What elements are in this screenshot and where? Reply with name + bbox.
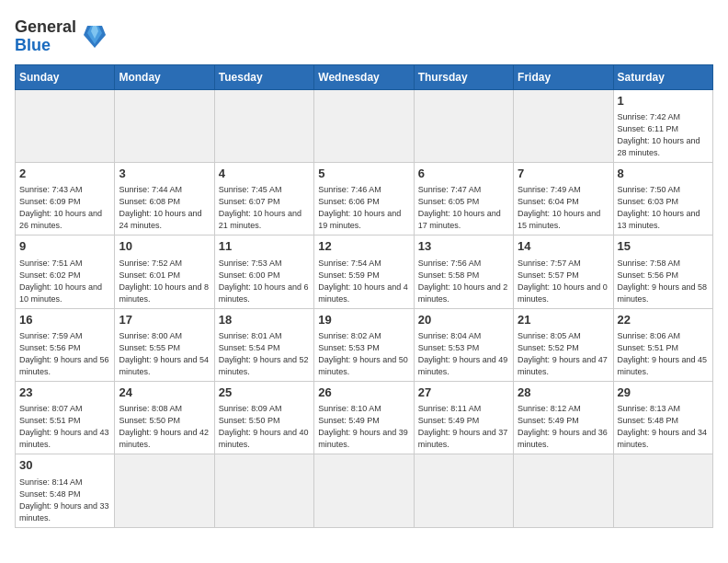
day-cell	[613, 454, 712, 527]
day-info: Sunrise: 7:49 AM Sunset: 6:04 PM Dayligh…	[518, 184, 609, 232]
day-number: 3	[119, 166, 210, 182]
day-cell: 13Sunrise: 7:56 AM Sunset: 5:58 PM Dayli…	[414, 236, 513, 308]
day-number: 13	[418, 238, 509, 255]
day-cell: 30Sunrise: 8:14 AM Sunset: 5:48 PM Dayli…	[16, 454, 115, 527]
header-thursday: Thursday	[414, 64, 513, 89]
day-cell: 15Sunrise: 7:58 AM Sunset: 5:56 PM Dayli…	[613, 236, 712, 308]
day-cell: 14Sunrise: 7:57 AM Sunset: 5:57 PM Dayli…	[514, 236, 613, 308]
day-info: Sunrise: 7:56 AM Sunset: 5:58 PM Dayligh…	[418, 258, 509, 305]
day-info: Sunrise: 7:45 AM Sunset: 6:07 PM Dayligh…	[219, 184, 310, 232]
day-info: Sunrise: 8:11 AM Sunset: 5:49 PM Dayligh…	[418, 403, 509, 451]
day-number: 15	[618, 238, 709, 255]
day-info: Sunrise: 8:06 AM Sunset: 5:51 PM Dayligh…	[618, 330, 709, 378]
day-number: 14	[518, 238, 609, 255]
day-cell: 8Sunrise: 7:50 AM Sunset: 6:03 PM Daylig…	[613, 162, 712, 235]
day-cell	[214, 454, 313, 527]
day-cell: 26Sunrise: 8:10 AM Sunset: 5:49 PM Dayli…	[314, 382, 414, 454]
day-number: 16	[19, 312, 110, 328]
day-cell: 18Sunrise: 8:01 AM Sunset: 5:54 PM Dayli…	[214, 308, 313, 381]
day-cell	[414, 454, 513, 527]
logo: General Blue	[15, 18, 109, 55]
day-cell: 2Sunrise: 7:43 AM Sunset: 6:09 PM Daylig…	[16, 162, 115, 235]
day-cell: 7Sunrise: 7:49 AM Sunset: 6:04 PM Daylig…	[514, 162, 613, 235]
day-cell	[414, 89, 513, 162]
day-cell: 12Sunrise: 7:54 AM Sunset: 5:59 PM Dayli…	[314, 236, 414, 308]
day-info: Sunrise: 8:12 AM Sunset: 5:49 PM Dayligh…	[518, 403, 609, 451]
day-info: Sunrise: 7:57 AM Sunset: 5:57 PM Dayligh…	[518, 258, 609, 305]
day-number: 20	[418, 312, 509, 328]
day-number: 17	[119, 312, 210, 328]
day-number: 29	[618, 385, 709, 401]
day-info: Sunrise: 8:02 AM Sunset: 5:53 PM Dayligh…	[318, 330, 409, 378]
day-info: Sunrise: 7:42 AM Sunset: 6:11 PM Dayligh…	[618, 111, 709, 159]
day-number: 9	[19, 238, 110, 255]
day-number: 4	[219, 166, 310, 182]
day-number: 1	[618, 93, 709, 109]
day-info: Sunrise: 7:52 AM Sunset: 6:01 PM Dayligh…	[119, 258, 210, 305]
header: General Blue	[15, 15, 713, 55]
day-number: 8	[618, 166, 709, 182]
day-info: Sunrise: 7:46 AM Sunset: 6:06 PM Dayligh…	[318, 184, 409, 232]
day-cell: 11Sunrise: 7:53 AM Sunset: 6:00 PM Dayli…	[214, 236, 313, 308]
day-number: 18	[219, 312, 310, 328]
day-info: Sunrise: 7:47 AM Sunset: 6:05 PM Dayligh…	[418, 184, 509, 232]
day-number: 2	[19, 166, 110, 182]
day-info: Sunrise: 7:51 AM Sunset: 6:02 PM Dayligh…	[19, 258, 110, 305]
week-row-5: 23Sunrise: 8:07 AM Sunset: 5:51 PM Dayli…	[16, 382, 713, 454]
day-info: Sunrise: 7:50 AM Sunset: 6:03 PM Dayligh…	[618, 184, 709, 232]
day-number: 25	[219, 385, 310, 401]
day-number: 11	[219, 238, 310, 255]
day-cell: 16Sunrise: 7:59 AM Sunset: 5:56 PM Dayli…	[16, 308, 115, 381]
day-number: 21	[518, 312, 609, 328]
header-wednesday: Wednesday	[314, 64, 414, 89]
day-info: Sunrise: 8:01 AM Sunset: 5:54 PM Dayligh…	[219, 330, 310, 378]
calendar: SundayMondayTuesdayWednesdayThursdayFrid…	[15, 64, 713, 528]
day-cell: 23Sunrise: 8:07 AM Sunset: 5:51 PM Dayli…	[16, 382, 115, 454]
day-number: 22	[618, 312, 709, 328]
day-cell: 24Sunrise: 8:08 AM Sunset: 5:50 PM Dayli…	[115, 382, 214, 454]
week-row-4: 16Sunrise: 7:59 AM Sunset: 5:56 PM Dayli…	[16, 308, 713, 381]
day-cell: 25Sunrise: 8:09 AM Sunset: 5:50 PM Dayli…	[214, 382, 313, 454]
day-cell	[16, 89, 115, 162]
day-number: 24	[119, 385, 210, 401]
day-number: 12	[318, 238, 409, 255]
week-row-3: 9Sunrise: 7:51 AM Sunset: 6:02 PM Daylig…	[16, 236, 713, 308]
day-number: 6	[418, 166, 509, 182]
header-friday: Friday	[514, 64, 613, 89]
day-cell: 1Sunrise: 7:42 AM Sunset: 6:11 PM Daylig…	[613, 89, 712, 162]
day-info: Sunrise: 7:54 AM Sunset: 5:59 PM Dayligh…	[318, 258, 409, 305]
day-number: 19	[318, 312, 409, 328]
day-info: Sunrise: 8:00 AM Sunset: 5:55 PM Dayligh…	[119, 330, 210, 378]
day-cell: 5Sunrise: 7:46 AM Sunset: 6:06 PM Daylig…	[314, 162, 414, 235]
day-info: Sunrise: 8:05 AM Sunset: 5:52 PM Dayligh…	[518, 330, 609, 378]
day-cell	[314, 89, 414, 162]
day-info: Sunrise: 8:07 AM Sunset: 5:51 PM Dayligh…	[19, 403, 110, 451]
header-saturday: Saturday	[613, 64, 712, 89]
week-row-2: 2Sunrise: 7:43 AM Sunset: 6:09 PM Daylig…	[16, 162, 713, 235]
week-row-1: 1Sunrise: 7:42 AM Sunset: 6:11 PM Daylig…	[16, 89, 713, 162]
day-cell	[314, 454, 414, 527]
day-info: Sunrise: 8:04 AM Sunset: 5:53 PM Dayligh…	[418, 330, 509, 378]
day-number: 23	[19, 385, 110, 401]
day-info: Sunrise: 7:43 AM Sunset: 6:09 PM Dayligh…	[19, 184, 110, 232]
day-number: 10	[119, 238, 210, 255]
header-sunday: Sunday	[16, 64, 115, 89]
day-number: 30	[19, 457, 110, 474]
day-cell: 22Sunrise: 8:06 AM Sunset: 5:51 PM Dayli…	[613, 308, 712, 381]
day-info: Sunrise: 8:08 AM Sunset: 5:50 PM Dayligh…	[119, 403, 210, 451]
day-info: Sunrise: 8:14 AM Sunset: 5:48 PM Dayligh…	[19, 477, 110, 524]
day-number: 5	[318, 166, 409, 182]
calendar-header-row: SundayMondayTuesdayWednesdayThursdayFrid…	[16, 64, 713, 89]
header-monday: Monday	[115, 64, 214, 89]
day-cell	[514, 454, 613, 527]
day-cell: 6Sunrise: 7:47 AM Sunset: 6:05 PM Daylig…	[414, 162, 513, 235]
day-info: Sunrise: 8:13 AM Sunset: 5:48 PM Dayligh…	[618, 403, 709, 451]
week-row-6: 30Sunrise: 8:14 AM Sunset: 5:48 PM Dayli…	[16, 454, 713, 527]
day-cell	[115, 89, 214, 162]
day-info: Sunrise: 8:10 AM Sunset: 5:49 PM Dayligh…	[318, 403, 409, 451]
day-cell: 10Sunrise: 7:52 AM Sunset: 6:01 PM Dayli…	[115, 236, 214, 308]
day-cell: 27Sunrise: 8:11 AM Sunset: 5:49 PM Dayli…	[414, 382, 513, 454]
day-cell	[214, 89, 313, 162]
day-info: Sunrise: 7:59 AM Sunset: 5:56 PM Dayligh…	[19, 330, 110, 378]
day-cell: 29Sunrise: 8:13 AM Sunset: 5:48 PM Dayli…	[613, 382, 712, 454]
